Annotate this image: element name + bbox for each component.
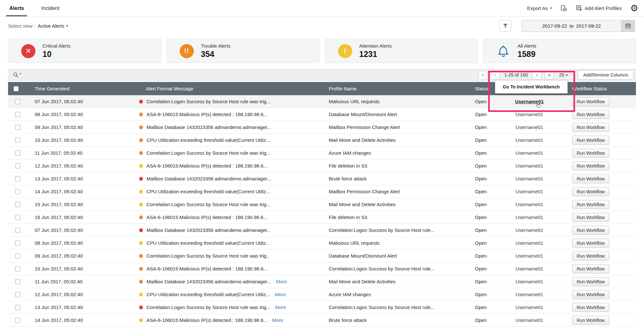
run-workflow-button[interactable]: Run Workflow: [572, 174, 609, 183]
row-checkbox[interactable]: [15, 176, 20, 181]
run-workflow-button[interactable]: Run Workflow: [572, 213, 609, 222]
run-workflow-button[interactable]: Run Workflow: [572, 290, 609, 299]
username-link[interactable]: Username01: [516, 189, 543, 194]
more-link[interactable]: More: [275, 305, 286, 310]
username-link[interactable]: Username01: [516, 202, 543, 207]
run-workflow-button[interactable]: Run Workflow: [572, 303, 609, 312]
more-link[interactable]: More: [272, 317, 283, 323]
header-alert-format-message[interactable]: Alert Format Message: [137, 86, 328, 91]
table-row[interactable]: 08 Jun 2017, 05:02:40 ASA-6-106015:Malic…: [8, 108, 636, 121]
username-link[interactable]: Username01: [516, 137, 543, 143]
row-checkbox[interactable]: [15, 215, 20, 220]
row-checkbox[interactable]: [15, 138, 20, 143]
row-checkbox[interactable]: [15, 253, 20, 259]
run-workflow-button[interactable]: Run Workflow: [572, 149, 609, 158]
row-checkbox[interactable]: [15, 305, 20, 310]
username-link[interactable]: Username01: [516, 150, 543, 156]
run-workflow-button[interactable]: Run Workflow: [572, 136, 609, 145]
header-workflow-status[interactable]: Workflow Status: [567, 86, 636, 91]
table-row[interactable]: 14 Jun 2017, 05:02:40 ASA-6-106015:Malic…: [8, 314, 636, 327]
critical-alerts-card[interactable]: ✕ Critical Alerts 10: [8, 39, 161, 63]
row-checkbox[interactable]: [15, 125, 20, 130]
run-workflow-button[interactable]: Run Workflow: [572, 97, 609, 106]
select-all-checkbox[interactable]: [14, 86, 19, 91]
row-checkbox[interactable]: [15, 228, 20, 233]
run-workflow-button[interactable]: Run Workflow: [572, 187, 609, 196]
username-link[interactable]: Username01: [516, 266, 543, 271]
attention-alerts-card[interactable]: ! Attention Alerts 1231: [325, 39, 478, 63]
tab-incident[interactable]: Incident: [40, 0, 61, 16]
row-checkbox[interactable]: [15, 202, 20, 207]
run-workflow-button[interactable]: Run Workflow: [572, 123, 609, 132]
run-workflow-button[interactable]: Run Workflow: [572, 316, 609, 325]
run-workflow-button[interactable]: Run Workflow: [572, 264, 609, 273]
prev-page-button[interactable]: ‹: [491, 71, 499, 79]
more-link[interactable]: More: [276, 279, 287, 284]
row-checkbox[interactable]: [15, 292, 20, 297]
tab-alerts[interactable]: Alerts: [8, 0, 25, 16]
calendar-button[interactable]: [621, 20, 635, 32]
row-checkbox[interactable]: [15, 150, 20, 156]
run-workflow-button[interactable]: Run Workflow: [572, 200, 609, 209]
table-row[interactable]: 07 Jun 2017, 05:02:40 Correlation:Logon …: [8, 95, 636, 108]
username-link[interactable]: Username01: [516, 214, 543, 220]
table-search-button[interactable]: ▾: [13, 72, 21, 78]
username-link[interactable]: Username01: [516, 305, 543, 310]
table-row[interactable]: 14 Jun 2017, 05:02:40 CPU Utilization ex…: [8, 185, 636, 198]
all-alerts-card[interactable]: All Alerts 1589: [483, 39, 636, 63]
last-page-button[interactable]: »: [545, 71, 554, 79]
table-row[interactable]: 12 Jun 2017, 05:02:40 CPU Utilization ex…: [8, 288, 636, 301]
row-checkbox[interactable]: [15, 163, 20, 169]
table-row[interactable]: 15 Jun 2017, 05:02:40 Correlation:Logon …: [8, 198, 636, 211]
table-row[interactable]: 10 Jun 2017, 05:02:40 ASA-6-106015:Malic…: [8, 262, 636, 275]
username-link[interactable]: Username01: [516, 240, 543, 246]
add-alert-profiles-button[interactable]: Add Alert Profiles: [576, 5, 622, 12]
table-row[interactable]: 11 Jun 2017, 05:02:40 Correlation:Logon …: [8, 147, 636, 159]
row-checkbox[interactable]: [15, 99, 20, 104]
run-workflow-button[interactable]: Run Workflow: [572, 239, 609, 248]
username-link[interactable]: Username01: [516, 253, 543, 259]
table-row[interactable]: 12 Jun 2017, 05:02:40 ASA-6-106015:Malic…: [8, 159, 636, 172]
schedule-export-button[interactable]: [560, 5, 567, 12]
next-page-button[interactable]: ›: [533, 71, 541, 79]
row-checkbox[interactable]: [15, 266, 20, 271]
header-time-generated[interactable]: Time Generated: [27, 86, 137, 91]
add-remove-columns-button[interactable]: Add/Remove Columns: [578, 70, 634, 80]
trouble-alerts-card[interactable]: !! Trouble Alerts 354: [166, 39, 319, 63]
username-link[interactable]: Username01: [516, 292, 543, 297]
first-page-button[interactable]: «: [478, 71, 487, 79]
table-row[interactable]: 09 Jun 2017, 05:02:40 Mailbox Database 1…: [8, 121, 636, 134]
username-link[interactable]: Username01: [516, 124, 543, 130]
row-checkbox[interactable]: [15, 112, 20, 117]
export-as-button[interactable]: Export As ▾: [527, 5, 552, 11]
username-link[interactable]: Username01: [516, 227, 543, 233]
page-size-dropdown[interactable]: 25 ▾: [559, 72, 568, 77]
row-checkbox[interactable]: [15, 241, 20, 246]
header-profile-name[interactable]: Profile Name: [328, 86, 473, 91]
table-row[interactable]: 08 Jun 2017, 05:02:40 CPU Utilization ex…: [8, 237, 636, 250]
username-link[interactable]: Username01: [516, 176, 543, 181]
username-link[interactable]: Username01: [516, 317, 543, 323]
table-row[interactable]: 11 Jun 2017, 05:02:40 Mailbox Database 1…: [8, 275, 636, 288]
table-row[interactable]: 13 Jun 2017, 05:02:40 Correlation:Logon …: [8, 301, 636, 314]
view-selector-dropdown[interactable]: Active Alerts ▾: [38, 23, 68, 29]
table-row[interactable]: 10 Jun 2017, 05:02:40 CPU Utilization ex…: [8, 134, 636, 147]
run-workflow-button[interactable]: Run Workflow: [572, 251, 609, 260]
table-row[interactable]: 16 Jun 2017, 05:02:40 ASA-6-106015:Malic…: [8, 211, 636, 224]
filter-button[interactable]: [499, 20, 511, 32]
username-link[interactable]: Username01: [516, 279, 543, 284]
run-workflow-button[interactable]: Run Workflow: [572, 277, 609, 286]
row-checkbox[interactable]: [15, 189, 20, 194]
username-link[interactable]: Username01: [515, 99, 544, 104]
run-workflow-button[interactable]: Run Workflow: [572, 161, 609, 170]
settings-button[interactable]: ⚙: [630, 4, 638, 13]
row-checkbox[interactable]: [15, 279, 20, 284]
run-workflow-button[interactable]: Run Workflow: [572, 110, 609, 119]
run-workflow-button[interactable]: Run Workflow: [572, 226, 609, 235]
more-link[interactable]: More: [275, 292, 286, 297]
table-row[interactable]: 09 Jun 2017, 05:02:40 Correlation:Logon …: [8, 250, 636, 262]
row-checkbox[interactable]: [15, 318, 20, 323]
table-row[interactable]: 07 Jun 2017, 05:02:40 Mailbox Database 1…: [8, 224, 636, 237]
username-link[interactable]: Username01: [516, 163, 543, 169]
username-link[interactable]: Username01: [516, 112, 543, 117]
